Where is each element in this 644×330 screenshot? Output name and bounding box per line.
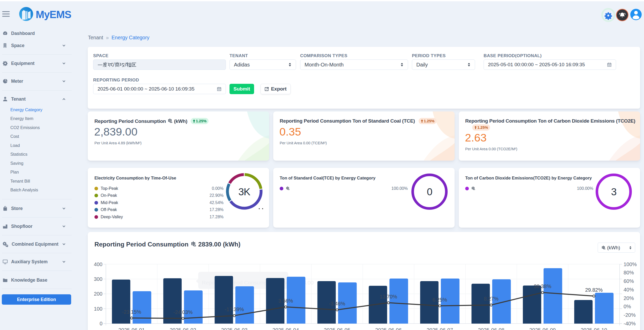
svg-text:-24.03%: -24.03% xyxy=(173,309,193,315)
svg-text:6.25%: 6.25% xyxy=(432,297,447,303)
svg-text:2025-06-10: 2025-06-10 xyxy=(581,327,607,330)
svg-text:38.38%: 38.38% xyxy=(534,283,551,289)
svg-text:29.82%: 29.82% xyxy=(585,287,603,293)
svg-text:400: 400 xyxy=(94,261,102,267)
svg-text:3.56%: 3.56% xyxy=(278,298,293,304)
svg-text:40%: 40% xyxy=(624,287,634,292)
svg-text:-20%: -20% xyxy=(624,312,636,318)
svg-text:2025-06-06: 2025-06-06 xyxy=(375,327,402,330)
svg-text:2025-06-04: 2025-06-04 xyxy=(272,327,299,330)
svg-text:60%: 60% xyxy=(624,278,634,284)
svg-text:200: 200 xyxy=(94,291,102,297)
svg-text:-3.46%: -3.46% xyxy=(329,301,345,306)
svg-text:0: 0 xyxy=(100,321,102,326)
svg-text:2025-06-01: 2025-06-01 xyxy=(118,327,145,330)
svg-text:2025-06-07: 2025-06-07 xyxy=(427,327,453,330)
svg-text:300: 300 xyxy=(94,276,102,282)
svg-text:2025-06-03: 2025-06-03 xyxy=(221,327,247,330)
svg-text:2025-06-02: 2025-06-02 xyxy=(170,327,196,330)
svg-text:-40%: -40% xyxy=(624,321,636,326)
svg-text:0%: 0% xyxy=(624,304,631,309)
svg-text:80%: 80% xyxy=(624,270,634,275)
svg-text:-17.39%: -17.39% xyxy=(225,306,244,312)
svg-text:100%: 100% xyxy=(624,261,637,267)
svg-text:100: 100 xyxy=(94,306,102,312)
svg-text:8.27%: 8.27% xyxy=(484,296,499,302)
svg-text:2025-06-05: 2025-06-05 xyxy=(324,327,350,330)
svg-text:20%: 20% xyxy=(624,295,634,301)
svg-text:13.70%: 13.70% xyxy=(380,294,397,299)
svg-text:2025-06-09: 2025-06-09 xyxy=(529,327,556,330)
svg-text:2025-06-08: 2025-06-08 xyxy=(478,327,504,330)
svg-text:-23.15%: -23.15% xyxy=(122,309,141,315)
